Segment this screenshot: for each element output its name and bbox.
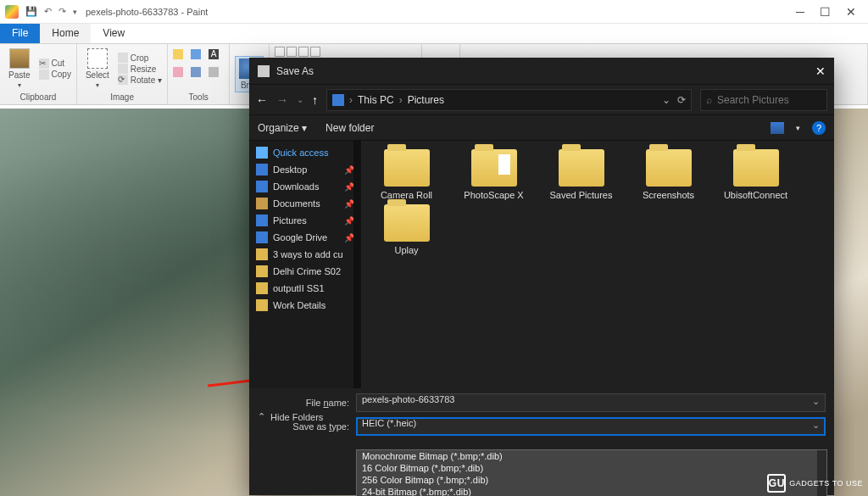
hide-folders-button[interactable]: ⌃ Hide Folders xyxy=(258,411,323,422)
text-icon[interactable]: A xyxy=(209,49,219,59)
sidebar-item-label: Desktop xyxy=(273,164,307,175)
nav-forward-button[interactable]: → xyxy=(276,93,288,107)
sidebar-item-icon xyxy=(256,282,268,294)
cut-button[interactable]: ✂Cut xyxy=(39,59,71,69)
fill-icon[interactable] xyxy=(191,49,201,59)
savetype-option[interactable]: 256 Color Bitmap (*.bmp;*.dib) xyxy=(357,474,826,486)
tab-home[interactable]: Home xyxy=(40,24,91,43)
folder-item[interactable]: Uplay xyxy=(366,204,447,256)
rotate-button[interactable]: ⟳Rotate ▾ xyxy=(118,75,162,85)
sidebar-item-icon xyxy=(256,181,268,192)
sidebar-item-label: Documents xyxy=(273,198,320,209)
nav-back-button[interactable]: ← xyxy=(256,93,268,107)
eraser-icon[interactable] xyxy=(173,67,183,77)
address-dropdown-icon[interactable]: ⌄ xyxy=(662,94,670,106)
shape-line-icon[interactable] xyxy=(275,47,285,57)
magnifier-icon[interactable] xyxy=(209,67,219,77)
refresh-icon[interactable]: ⟳ xyxy=(677,94,686,106)
redo-icon[interactable]: ↷ xyxy=(58,6,66,17)
crop-icon xyxy=(118,53,128,63)
select-button[interactable]: Select ▾ xyxy=(82,47,113,91)
sidebar-item[interactable]: Quick access xyxy=(249,144,361,161)
sidebar-item-label: Pictures xyxy=(273,215,307,226)
ribbon-tabs: File Home View xyxy=(0,24,868,44)
sidebar-item-label: Google Drive xyxy=(273,232,327,242)
sidebar-item-label: Work Details xyxy=(273,300,326,310)
new-folder-button[interactable]: New folder xyxy=(326,122,374,134)
window-title: pexels-photo-6633783 - Paint xyxy=(86,7,208,17)
sidebar-item[interactable]: Downloads📌 xyxy=(249,178,361,195)
sidebar-item[interactable]: Work Details xyxy=(249,297,361,314)
folder-icon xyxy=(733,149,779,187)
copy-icon xyxy=(39,70,49,80)
sidebar-scrollbar[interactable] xyxy=(353,141,361,388)
filename-input[interactable]: pexels-photo-6633783 xyxy=(356,393,826,412)
sidebar-item-icon xyxy=(256,265,268,277)
paint-app-icon xyxy=(5,5,19,19)
minimize-button[interactable]: ─ xyxy=(796,5,804,19)
sidebar-item-label: Downloads xyxy=(273,181,319,192)
sidebar-item[interactable]: Delhi Crime S02 xyxy=(249,263,361,280)
resize-button[interactable]: Resize xyxy=(118,64,162,74)
pictures-breadcrumb-icon xyxy=(332,94,344,106)
group-tools: A Tools xyxy=(168,44,230,104)
close-button[interactable]: ✕ xyxy=(846,5,856,19)
sidebar-item[interactable]: Google Drive📌 xyxy=(249,229,361,246)
help-icon[interactable]: ? xyxy=(812,121,826,135)
sidebar-item-label: 3 ways to add cu xyxy=(273,249,343,259)
maximize-button[interactable]: ☐ xyxy=(820,5,831,19)
shape-rect-icon[interactable] xyxy=(310,47,320,57)
rotate-icon: ⟳ xyxy=(118,75,128,85)
folder-item[interactable]: Saved Pictures xyxy=(541,149,621,201)
save-as-dialog: Save As ✕ ← → ⌄ ↑ › This PC › Pictures ⌄… xyxy=(249,58,834,495)
sidebar-item[interactable]: Desktop📌 xyxy=(249,161,361,178)
sidebar-item-label: Delhi Crime S02 xyxy=(273,266,341,276)
folder-icon xyxy=(384,204,430,242)
savetype-option[interactable]: 16 Color Bitmap (*.bmp;*.dib) xyxy=(357,462,826,474)
savetype-option[interactable]: 24-bit Bitmap (*.bmp;*.dib) xyxy=(357,486,826,496)
folder-item[interactable]: Screenshots xyxy=(628,149,709,201)
shape-oval-icon[interactable] xyxy=(298,47,309,57)
undo-icon[interactable]: ↶ xyxy=(44,6,52,17)
folder-icon xyxy=(559,149,604,187)
sidebar-item-icon xyxy=(256,198,268,209)
shape-curve-icon[interactable] xyxy=(287,47,297,57)
view-mode-button[interactable] xyxy=(771,122,784,134)
watermark: GU GADGETS TO USE xyxy=(767,474,863,493)
nav-up-button[interactable]: ↑ xyxy=(312,93,318,107)
dialog-title: Save As xyxy=(276,65,314,77)
filename-label: File name: xyxy=(258,398,356,408)
folder-item[interactable]: UbisoftConnect xyxy=(715,149,796,201)
save-icon[interactable]: 💾 xyxy=(25,6,37,17)
nav-recent-icon[interactable]: ⌄ xyxy=(297,95,303,104)
sidebar-item-label: outputII SS1 xyxy=(273,283,325,293)
dialog-close-button[interactable]: ✕ xyxy=(815,64,826,78)
paste-button[interactable]: Paste ▾ xyxy=(5,47,34,91)
savetype-dropdown-list[interactable]: Monochrome Bitmap (*.bmp;*.dib)16 Color … xyxy=(356,449,827,496)
organize-button[interactable]: Organize ▾ xyxy=(258,122,307,134)
sidebar-item[interactable]: Pictures📌 xyxy=(249,212,361,229)
tab-view[interactable]: View xyxy=(91,24,136,43)
cut-icon: ✂ xyxy=(39,59,49,69)
savetype-option[interactable]: Monochrome Bitmap (*.bmp;*.dib) xyxy=(357,450,826,462)
crop-button[interactable]: Crop xyxy=(118,53,162,63)
sidebar-item-icon xyxy=(256,215,268,226)
copy-button[interactable]: Copy xyxy=(39,70,71,80)
qat-customize-icon[interactable]: ▾ xyxy=(73,8,77,16)
folder-item[interactable]: PhotoScape X xyxy=(453,149,534,201)
sidebar-item[interactable]: outputII SS1 xyxy=(249,280,361,297)
savetype-combobox[interactable]: HEIC (*.heic) xyxy=(356,417,826,436)
sidebar-item[interactable]: 3 ways to add cu xyxy=(249,246,361,263)
navigation-sidebar: Quick accessDesktop📌Downloads📌Documents📌… xyxy=(249,141,361,388)
sidebar-item[interactable]: Documents📌 xyxy=(249,195,361,212)
search-input[interactable]: ⌕ Search Pictures xyxy=(700,89,827,111)
savetype-label: Save as type: xyxy=(258,421,356,432)
view-mode-dropdown-icon[interactable]: ▾ xyxy=(796,124,800,132)
picker-icon[interactable] xyxy=(191,67,201,77)
paste-icon xyxy=(9,48,30,69)
pencil-icon[interactable] xyxy=(173,49,183,59)
folder-item[interactable]: Camera Roll xyxy=(366,149,447,201)
tab-file[interactable]: File xyxy=(0,24,40,43)
address-bar[interactable]: › This PC › Pictures ⌄ ⟳ xyxy=(326,89,692,111)
folder-name: Saved Pictures xyxy=(550,190,613,201)
